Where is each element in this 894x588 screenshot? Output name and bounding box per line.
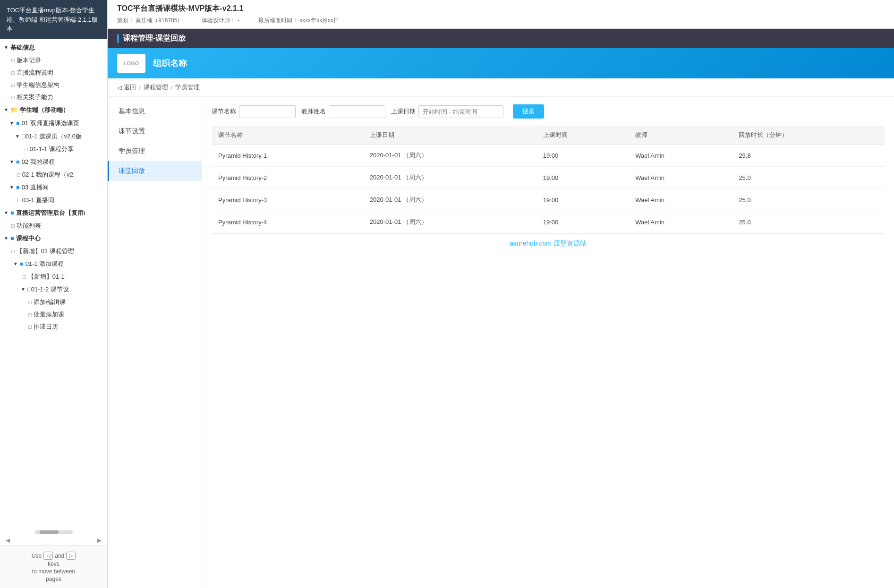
search-button[interactable]: 搜索 bbox=[513, 104, 544, 119]
sidebar-item-02[interactable]: ▼ ■ 02 我的课程 bbox=[0, 155, 107, 169]
page-header: 课程管理-课堂回放 bbox=[108, 29, 894, 48]
sidebar: TOC平台直播mvp版本-整合学生端、教师端 和运营管理端-2.1.1版本 ▼ … bbox=[0, 0, 108, 588]
sidebar-item-student-arch[interactable]: □ 学生端信息架构 bbox=[0, 79, 107, 91]
page-title: 课程管理-课堂回放 bbox=[123, 34, 186, 43]
page-icon: □ bbox=[28, 312, 32, 317]
sidebar-section-courses[interactable]: ▼ ■ 课程中心 bbox=[0, 232, 107, 245]
page-icon: □ bbox=[11, 82, 15, 88]
breadcrumb: ◁ 返回 / 课程管理 / 学员管理 bbox=[108, 78, 894, 97]
sep-2: / bbox=[171, 84, 173, 91]
cell-date: 2020-01-01 （周六） bbox=[363, 211, 536, 233]
cell-teacher: Wael Amin bbox=[629, 145, 732, 167]
page-icon: □ bbox=[11, 70, 15, 76]
page-icon: □ bbox=[11, 248, 15, 254]
chevron-down-icon: ▼ bbox=[4, 236, 9, 241]
left-key-icon: ◁ bbox=[43, 552, 53, 560]
chevron-down-icon: ▼ bbox=[21, 287, 26, 292]
back-icon: ◁ bbox=[117, 84, 122, 91]
chevron-down-icon: ▼ bbox=[9, 120, 14, 126]
page-icon: □ bbox=[17, 172, 20, 178]
org-name: 组织名称 bbox=[153, 58, 187, 69]
nav-item-lesson[interactable]: 课节设置 bbox=[108, 121, 202, 141]
sidebar-item-add-edit[interactable]: □ 添加/编辑课 bbox=[0, 296, 107, 308]
chevron-down-icon: ▼ bbox=[4, 210, 9, 215]
page-icon: □ bbox=[17, 197, 20, 203]
sidebar-item-03[interactable]: ▼ ■ 03 直播间 bbox=[0, 181, 107, 194]
cell-time: 19:00 bbox=[536, 211, 629, 233]
nav-hint-row: Use ◁ and ▷ bbox=[32, 552, 76, 560]
page-icon: □ bbox=[11, 223, 15, 229]
chevron-down-icon: ▼ bbox=[4, 45, 9, 50]
sidebar-item-01-course-mgmt[interactable]: □ 【新增】01 课程管理 bbox=[0, 245, 107, 257]
teacher-name-label: 教师姓名 bbox=[301, 107, 326, 116]
scroll-arrows: ◀ ▶ bbox=[4, 537, 103, 544]
sidebar-item-case-ability[interactable]: □ 相关案子能力 bbox=[0, 91, 107, 103]
sidebar-section-ops-label: 直播运营管理后台【复用\ bbox=[16, 209, 85, 217]
search-bar: 课节名称 教师姓名 上课日期 搜索 bbox=[212, 104, 885, 119]
scroll-right-icon[interactable]: ▶ bbox=[97, 537, 102, 544]
sidebar-item-version[interactable]: □ 版本记录 bbox=[0, 54, 107, 67]
nav-item-student[interactable]: 学员管理 bbox=[108, 141, 202, 161]
chevron-down-icon: ▼ bbox=[9, 159, 14, 164]
sidebar-footer: Use ◁ and ▷ keys to move between pages bbox=[0, 545, 107, 588]
accent-bar bbox=[117, 34, 119, 43]
cell-lesson-name: Pyramid History-4 bbox=[212, 211, 363, 233]
sidebar-item-01-1-add[interactable]: ▼ ■ 01-1 添加课程 bbox=[0, 257, 107, 271]
folder-icon: ■ bbox=[16, 119, 20, 127]
sidebar-scrollbar-area: ◀ ▶ bbox=[0, 526, 107, 545]
sidebar-item-batch-add[interactable]: □ 批量添加课 bbox=[0, 308, 107, 321]
sidebar-section-basics[interactable]: ▼ 基础信息 bbox=[0, 41, 107, 54]
sidebar-item-03-1[interactable]: □ 03-1 直播间 bbox=[0, 194, 107, 206]
planner-info: 策划： 黄庄楠（916785） bbox=[117, 17, 183, 25]
back-button[interactable]: ◁ 返回 bbox=[117, 83, 136, 92]
sidebar-item-functions[interactable]: □ 功能列表 bbox=[0, 220, 107, 232]
cell-duration: 25.0 bbox=[732, 211, 885, 233]
nav-item-playback[interactable]: 课堂回放 bbox=[108, 161, 202, 181]
nav-item-basic[interactable]: 基本信息 bbox=[108, 102, 202, 121]
cell-time: 19:00 bbox=[536, 189, 629, 211]
folder-icon: ■ bbox=[16, 184, 20, 191]
sidebar-section-student-label: 学生端（移动端） bbox=[20, 106, 69, 114]
cell-lesson-name: Pyramid History-2 bbox=[212, 167, 363, 189]
sidebar-section-student[interactable]: ▼ 📁 学生端（移动端） bbox=[0, 103, 107, 117]
left-nav: 基本信息 课节设置 学员管理 课堂回放 bbox=[108, 97, 202, 588]
hint-keys-text: keys bbox=[48, 561, 60, 567]
sidebar-item-01-1-1[interactable]: □ 01-1-1 课程分享 bbox=[0, 143, 107, 155]
teacher-name-input[interactable] bbox=[329, 105, 385, 118]
page-icon: □ bbox=[22, 133, 26, 140]
chevron-down-icon: ▼ bbox=[4, 107, 9, 112]
cell-teacher: Wael Amin bbox=[629, 167, 732, 189]
cell-date: 2020-01-01 （周六） bbox=[363, 167, 536, 189]
col-date: 上课日期 bbox=[363, 126, 536, 145]
sidebar-tree[interactable]: ▼ 基础信息 □ 版本记录 □ 直播流程说明 □ 学生端信息架构 □ 相关案子能… bbox=[0, 39, 107, 526]
lesson-name-input[interactable] bbox=[239, 105, 296, 118]
table-body: Pyramid History-1 2020-01-01 （周六） 19:00 … bbox=[212, 145, 885, 233]
folder-icon: ■ bbox=[20, 260, 24, 267]
col-teacher: 教师 bbox=[629, 126, 732, 145]
sidebar-item-schedule[interactable]: □ 排课日历 bbox=[0, 321, 107, 333]
folder-icon: ■ bbox=[16, 158, 20, 165]
doc-title: TOC平台直播课模块-MVP版本-v2.1.1 bbox=[117, 4, 885, 14]
sidebar-item-02-1[interactable]: □ 02-1 我的课程（v2. bbox=[0, 169, 107, 181]
sidebar-title: TOC平台直播mvp版本-整合学生端、教师端 和运营管理端-2.1.1版本 bbox=[0, 0, 107, 39]
designer-info: 体验设计师： - bbox=[202, 17, 239, 25]
sidebar-item-new-01-1[interactable]: □ 【新增】01-1- bbox=[0, 271, 107, 283]
sidebar-item-01-1[interactable]: ▼ □ 01-1 选课页（v2.0版 bbox=[0, 130, 107, 143]
date-label: 上课日期 bbox=[391, 107, 416, 116]
top-header: TOC平台直播课模块-MVP版本-v2.1.1 策划： 黄庄楠（916785） … bbox=[108, 0, 894, 29]
breadcrumb-course-manage[interactable]: 课程管理 bbox=[144, 83, 168, 92]
date-input[interactable] bbox=[418, 105, 503, 118]
sidebar-section-ops[interactable]: ▼ ■ 直播运营管理后台【复用\ bbox=[0, 206, 107, 220]
sidebar-item-01-1-2[interactable]: ▼ □ 01-1-2 课节设 bbox=[0, 283, 107, 296]
date-group: 上课日期 bbox=[391, 105, 503, 118]
right-key-icon: ▷ bbox=[66, 552, 76, 560]
right-content: 课节名称 教师姓名 上课日期 搜索 课节名称 上课日期 bbox=[202, 97, 894, 588]
sidebar-item-livestream-process[interactable]: □ 直播流程说明 bbox=[0, 67, 107, 79]
scroll-left-icon[interactable]: ◀ bbox=[6, 537, 10, 544]
sidebar-item-01-course[interactable]: ▼ ■ 01 双师直播课选课页 bbox=[0, 117, 107, 130]
horizontal-scrollbar[interactable] bbox=[35, 530, 73, 534]
sidebar-section-basics-label: 基础信息 bbox=[10, 43, 35, 52]
footer-text: axurehub.com 原型资源站 bbox=[510, 239, 587, 247]
app-bar: LOGO 组织名称 bbox=[108, 48, 894, 78]
page-icon: □ bbox=[28, 324, 32, 330]
